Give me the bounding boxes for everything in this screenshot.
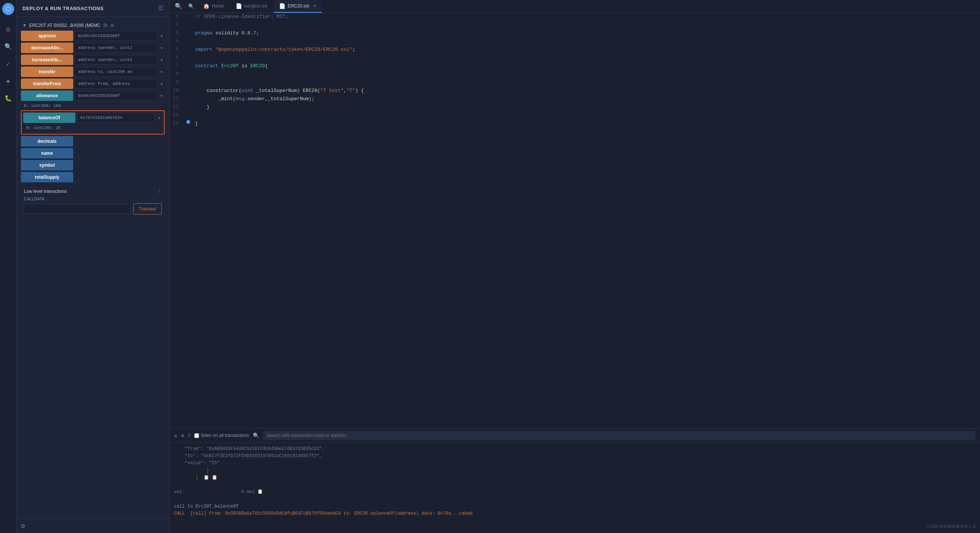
totalsupply-button[interactable]: totalSupply — [21, 172, 73, 182]
fn-row-approve: approve ▾ — [21, 31, 165, 41]
code-line-10: 10 constructor(uint _totalSuperNum) ERC2… — [170, 87, 980, 95]
allowance-chevron[interactable]: ▾ — [159, 92, 165, 100]
code-line-7: 7 contract Erc20T is ERC20{ — [170, 62, 980, 71]
contract-arrow: ▼ — [22, 23, 27, 28]
contract-header: ▼ ERC20T AT 0X652...BA595 (MEMC ⧉ ✕ — [21, 20, 165, 31]
transact-button[interactable]: Transact — [133, 203, 162, 215]
console-line-1: "from": "0xAB8483F64d9C6d1ECF9b849Ae67dB… — [174, 445, 975, 453]
console-badge: 0 — [188, 433, 191, 438]
allowance-input[interactable] — [75, 91, 157, 101]
code-line-14: 14 } — [170, 120, 980, 128]
tab-kongtou[interactable]: 📄 kongtou.sol — [231, 0, 272, 13]
balanceof-block: balanceOf ▾ 0: uint256: 25 — [21, 110, 165, 134]
code-lines: 1 // SPDX-License-Identifier: MIT; 2 3 p… — [170, 13, 980, 128]
decreaseallo-chevron[interactable]: ▾ — [159, 44, 165, 52]
fn-row-symbol: symbol — [21, 160, 165, 171]
sidebar-title: DEPLOY & RUN TRANSACTIONS — [22, 6, 103, 11]
code-line-11: 11 _mint(msg.sender,_totalSuperNum); — [170, 95, 980, 104]
tab-erc20[interactable]: 📄 ERC20.sol ✕ — [274, 0, 321, 13]
tab-kongtou-label: kongtou.sol — [244, 3, 267, 9]
search-icon[interactable]: 🔍 — [3, 41, 14, 52]
approve-input[interactable] — [75, 31, 157, 41]
listen-checkbox[interactable] — [194, 433, 199, 438]
balanceof-result: 0: uint256: 25 — [23, 124, 162, 132]
home-tab-icon: 🏠 — [203, 3, 210, 9]
transfer-button[interactable]: transfer — [21, 67, 73, 77]
code-line-13: 13 — [170, 112, 980, 120]
console-search-input[interactable] — [263, 431, 975, 440]
code-line-3: 3 pragma solidity 0.8.7; — [170, 30, 980, 38]
sidebar-content: ▼ ERC20T AT 0X652...BA595 (MEMC ⧉ ✕ appr… — [16, 17, 169, 519]
symbol-button[interactable]: symbol — [21, 160, 73, 171]
zoom-out-icon[interactable]: 🔍 — [186, 1, 196, 11]
low-level-header: Low level interactions ⋮ — [24, 188, 162, 195]
console-clear-icon[interactable]: ⊗ — [181, 432, 184, 439]
transact-area: Transact — [24, 203, 162, 215]
tab-home-label: Home — [212, 3, 224, 9]
files-icon[interactable]: ⧉ — [3, 24, 14, 35]
decreaseallo-input[interactable] — [75, 43, 157, 53]
settings-icon[interactable]: ⚙ — [16, 519, 169, 533]
console-line-10: CALL [call] from: 0x5B38Da6a701c568545dC… — [174, 510, 975, 517]
fn-row-transferfrom: transferFrom ▾ — [21, 78, 165, 89]
fn-row-decimals: decimals — [21, 136, 165, 147]
approve-chevron[interactable]: ▾ — [159, 32, 165, 40]
balanceof-input[interactable] — [77, 113, 155, 123]
main-area: 🔍 🔍 🏠 Home 📄 kongtou.sol 📄 ERC20.sol ✕ 1… — [170, 0, 980, 533]
icon-bar: ⬡ ⧉ 🔍 ✓ ◆ 🐛 — [0, 0, 16, 533]
allowance-button[interactable]: allowance — [21, 91, 73, 101]
console-line-4: } — [174, 467, 975, 474]
contract-copy-icon[interactable]: ⧉ — [103, 22, 107, 29]
deploy-icon[interactable]: ◆ — [3, 75, 14, 87]
erc20-tab-close[interactable]: ✕ — [313, 3, 317, 9]
erc20-tab-icon: 📄 — [279, 3, 285, 9]
allowance-result: 0: uint256: 100 — [21, 102, 165, 110]
zoom-in-icon[interactable]: 🔍 — [173, 0, 185, 12]
console-line-8 — [174, 496, 975, 503]
code-line-5: 5 import "@openzeppelin/contracts/token/… — [170, 46, 980, 54]
low-level-menu-icon[interactable]: ⋮ — [157, 188, 162, 195]
name-button[interactable]: name — [21, 148, 73, 158]
transfer-chevron[interactable]: ▾ — [159, 68, 165, 76]
console-toolbar: ⇅ ⊗ 0 listen on all transactions 🔍 — [170, 429, 980, 442]
code-line-8: 8 — [170, 71, 980, 79]
transferfrom-button[interactable]: transferFrom — [21, 78, 73, 89]
fn-row-decreaseallo: decreaseAllo... ▾ — [21, 43, 165, 53]
kongtou-tab-icon: 📄 — [235, 3, 242, 9]
tab-home[interactable]: 🏠 Home — [198, 0, 229, 13]
console-search-icon[interactable]: 🔍 — [253, 432, 259, 439]
code-line-1: 1 // SPDX-License-Identifier: MIT; — [170, 13, 980, 21]
increaseallo-input[interactable] — [75, 55, 157, 65]
increaseallo-chevron[interactable]: ▾ — [159, 56, 165, 64]
console-output: "from": "0xAB8483F64d9C6d1ECF9b849Ae67dB… — [170, 442, 980, 533]
contract-close-icon[interactable]: ✕ — [110, 22, 115, 29]
console-line-6 — [174, 482, 975, 488]
sidebar: DEPLOY & RUN TRANSACTIONS ☰ ▼ ERC20T AT … — [16, 0, 170, 533]
listen-checkbox-container: listen on all transactions — [194, 433, 249, 438]
decreaseallo-button[interactable]: decreaseAllo... — [21, 43, 73, 53]
code-line-6: 6 — [170, 54, 980, 62]
console-line-9: call to Erc20T.balanceOf — [174, 503, 975, 510]
contract-name: ERC20T AT 0X652...BA595 (MEMC — [29, 23, 100, 28]
code-line-4: 4 — [170, 38, 980, 46]
calldata-input[interactable] — [24, 204, 130, 214]
transferfrom-input[interactable] — [75, 79, 157, 89]
listen-label: listen on all transactions — [201, 433, 249, 438]
transfer-input[interactable] — [75, 67, 157, 77]
decimals-button[interactable]: decimals — [21, 136, 73, 147]
sidebar-header: DEPLOY & RUN TRANSACTIONS ☰ — [16, 0, 169, 17]
sidebar-menu-icon[interactable]: ☰ — [158, 5, 163, 12]
console-line-2: "to": "0x617F2E2fD72FD9D5503197092aC168c… — [174, 453, 975, 460]
app-logo: ⬡ — [2, 3, 14, 15]
transferfrom-chevron[interactable]: ▾ — [159, 80, 165, 88]
compile-icon[interactable]: ✓ — [3, 58, 14, 70]
fn-row-totalsupply: totalSupply — [21, 172, 165, 182]
debug-icon[interactable]: 🐛 — [3, 93, 14, 104]
balanceof-chevron[interactable]: ▾ — [156, 114, 162, 122]
fn-row-allowance: allowance ▾ — [21, 91, 165, 101]
increaseallo-button[interactable]: increaseAllo... — [21, 54, 73, 65]
approve-button[interactable]: approve — [21, 31, 73, 41]
balanceof-button[interactable]: balanceOf — [23, 113, 75, 123]
fn-row-increaseallo: increaseAllo... ▾ — [21, 54, 165, 65]
console-expand-icon[interactable]: ⇅ — [174, 432, 177, 439]
